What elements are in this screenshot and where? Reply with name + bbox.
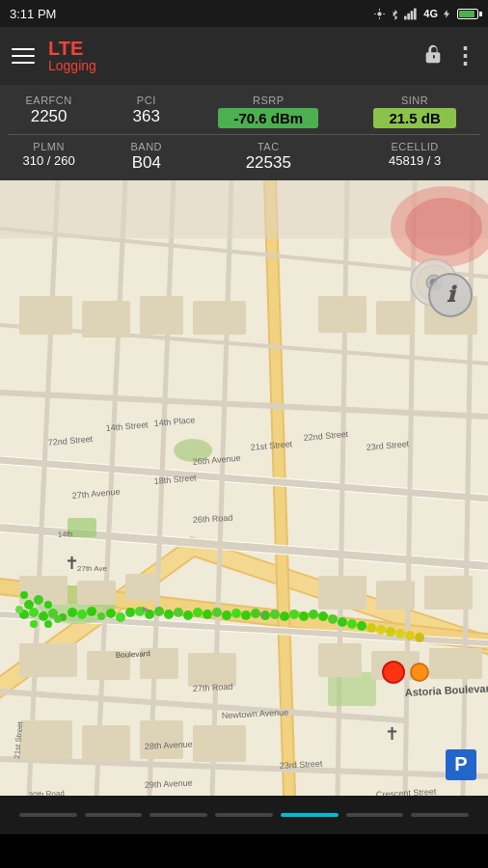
status-time: 3:11 PM xyxy=(10,7,56,21)
nav-segment-1[interactable] xyxy=(19,813,77,817)
plmn-value: 310 / 260 xyxy=(22,153,74,168)
svg-point-44 xyxy=(39,611,48,621)
svg-rect-32 xyxy=(193,301,246,335)
ecell-label: ECellID xyxy=(391,141,438,152)
svg-rect-25 xyxy=(318,643,362,677)
svg-rect-23 xyxy=(376,581,415,610)
svg-point-91 xyxy=(415,633,424,642)
app-bar-actions: ⋮ xyxy=(422,42,476,69)
svg-point-73 xyxy=(241,610,251,620)
signal-icon xyxy=(404,8,420,20)
svg-point-49 xyxy=(87,607,96,616)
svg-rect-31 xyxy=(140,296,183,335)
earfcn-value: 2250 xyxy=(31,107,68,126)
svg-point-54 xyxy=(24,600,34,610)
svg-rect-3 xyxy=(411,11,414,19)
svg-point-64 xyxy=(154,607,164,616)
svg-point-84 xyxy=(347,619,357,629)
nav-segment-7[interactable] xyxy=(411,813,469,817)
plmn-label: PLMN xyxy=(33,141,65,152)
svg-rect-11 xyxy=(19,576,68,605)
svg-point-81 xyxy=(318,611,328,621)
pci-cell: PCI 363 xyxy=(97,93,195,130)
svg-rect-19 xyxy=(82,725,130,762)
ecell-value: 45819 / 3 xyxy=(389,153,441,168)
info-row-1: EARFCN 2250 PCI 363 RSRP -70.6 dBm SINR … xyxy=(0,91,488,132)
svg-point-56 xyxy=(20,591,28,599)
svg-point-47 xyxy=(68,608,77,617)
svg-rect-2 xyxy=(408,13,411,19)
nav-segment-2[interactable] xyxy=(85,813,143,817)
location-icon xyxy=(373,8,386,20)
nav-segment-5[interactable] xyxy=(281,813,339,817)
svg-point-69 xyxy=(203,610,212,619)
svg-text:30th Road: 30th Road xyxy=(29,789,65,796)
app-title-lte: LTE xyxy=(48,38,422,59)
nav-segment-6[interactable] xyxy=(346,813,404,817)
tac-label: TAC xyxy=(258,141,280,152)
svg-text:▶: ▶ xyxy=(143,605,149,613)
menu-button[interactable] xyxy=(12,48,35,64)
app-title: LTE Logging xyxy=(48,38,422,73)
svg-point-82 xyxy=(328,614,338,624)
svg-rect-24 xyxy=(424,576,473,610)
more-button[interactable]: ⋮ xyxy=(453,42,476,69)
tac-cell: TAC 22535 xyxy=(195,139,341,175)
svg-point-53 xyxy=(125,608,135,617)
rsrp-label: RSRP xyxy=(253,95,285,106)
svg-point-59 xyxy=(30,620,38,628)
nav-segment-4[interactable] xyxy=(215,813,273,817)
svg-rect-34 xyxy=(376,301,415,335)
svg-text:14th: 14th xyxy=(58,529,73,539)
rsrp-cell: RSRP -70.6 dBm xyxy=(195,93,341,130)
svg-point-92 xyxy=(383,662,404,683)
svg-point-89 xyxy=(395,629,405,638)
info-panel: EARFCN 2250 PCI 363 RSRP -70.6 dBm SINR … xyxy=(0,85,488,180)
status-icons: 4G xyxy=(373,8,478,20)
svg-rect-18 xyxy=(19,720,72,759)
svg-text:✝: ✝ xyxy=(385,724,399,744)
svg-point-60 xyxy=(44,620,52,628)
rsrp-value: -70.6 dBm xyxy=(218,108,318,128)
svg-point-83 xyxy=(338,617,347,627)
svg-text:◀: ◀ xyxy=(258,610,265,618)
bottom-nav xyxy=(0,796,488,834)
svg-rect-1 xyxy=(404,15,407,19)
map-area[interactable]: ✝ ✝ ✝ ✝ P ✚ 72nd Street 14th Street 14th… xyxy=(0,180,488,796)
app-title-logging: Logging xyxy=(48,59,422,73)
svg-point-87 xyxy=(376,625,386,635)
svg-point-51 xyxy=(106,609,116,618)
earfcn-cell: EARFCN 2250 xyxy=(0,93,97,130)
pci-value: 363 xyxy=(133,107,160,126)
svg-point-61 xyxy=(54,615,62,623)
band-label: Band xyxy=(131,141,163,152)
battery-icon xyxy=(457,9,478,19)
plmn-cell: PLMN 310 / 260 xyxy=(0,139,97,175)
svg-point-66 xyxy=(174,608,183,617)
svg-text:27th Ave: 27th Ave xyxy=(77,564,108,573)
svg-rect-12 xyxy=(77,581,116,605)
svg-point-57 xyxy=(34,595,43,605)
band-value: B04 xyxy=(132,153,161,173)
svg-point-88 xyxy=(386,627,395,637)
svg-point-50 xyxy=(97,612,105,620)
sinr-cell: SINR 21.5 dB xyxy=(341,93,488,130)
bluetooth-icon xyxy=(390,8,400,20)
svg-point-72 xyxy=(231,609,241,618)
svg-point-77 xyxy=(280,611,289,621)
svg-point-71 xyxy=(222,610,231,620)
info-row-2: PLMN 310 / 260 Band B04 TAC 22535 ECellI… xyxy=(0,137,488,176)
svg-point-58 xyxy=(44,601,52,609)
ecell-cell: ECellID 45819 / 3 xyxy=(341,139,488,175)
lock-button[interactable] xyxy=(422,43,444,69)
svg-text:Boulevard: Boulevard xyxy=(116,649,150,660)
svg-rect-29 xyxy=(19,296,72,335)
svg-point-78 xyxy=(289,610,299,619)
info-button[interactable]: ℹ xyxy=(428,273,473,317)
svg-rect-13 xyxy=(125,574,159,601)
svg-point-80 xyxy=(309,610,318,619)
svg-rect-14 xyxy=(19,643,77,677)
nav-segment-3[interactable] xyxy=(149,813,207,817)
svg-point-55 xyxy=(15,606,23,613)
svg-rect-9 xyxy=(328,672,376,706)
